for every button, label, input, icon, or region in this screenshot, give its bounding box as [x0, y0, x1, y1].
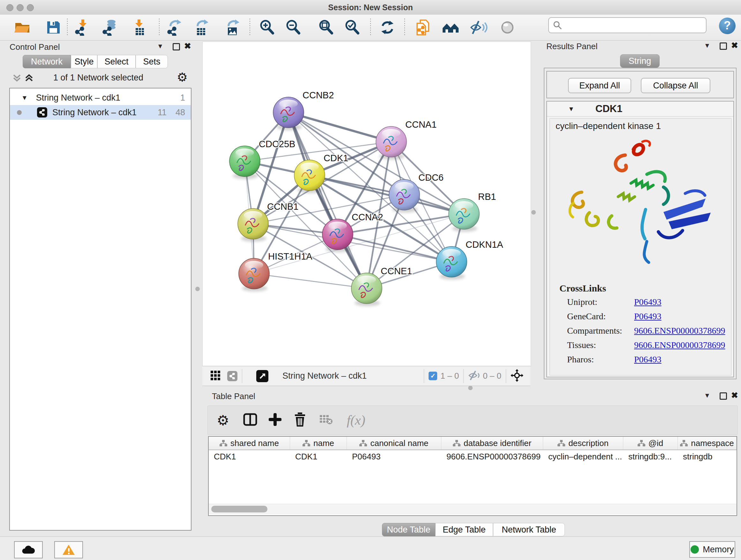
node-label-HIST1H1A: HIST1H1A: [268, 251, 313, 261]
column-header-shared-name[interactable]: shared name: [209, 437, 290, 449]
cell-canonical-name[interactable]: P06493: [347, 450, 441, 463]
delete-column-trash-icon[interactable]: [293, 413, 307, 428]
tab-network[interactable]: Network: [23, 55, 71, 68]
table-horizontal-scrollbar[interactable]: [209, 504, 737, 514]
network-edge-CCNB2-CCNE1[interactable]: [288, 112, 367, 288]
control-panel-menu-icon[interactable]: ▾: [158, 42, 162, 50]
save-session-icon[interactable]: [43, 18, 64, 37]
cloud-status-button[interactable]: [14, 541, 43, 558]
column-header-description[interactable]: description: [543, 437, 623, 449]
tab-node-table[interactable]: Node Table: [382, 523, 435, 537]
column-header-namespace[interactable]: namespace: [678, 437, 737, 449]
results-panel-float-icon[interactable]: [720, 43, 727, 50]
results-panel-close-icon[interactable]: ✖: [731, 41, 738, 50]
grid-view-icon[interactable]: [211, 371, 220, 381]
show-all-networks-icon[interactable]: [441, 18, 461, 37]
help-icon[interactable]: ?: [719, 17, 736, 34]
delete-table-icon[interactable]: [319, 414, 333, 427]
control-panel-float-icon[interactable]: [173, 43, 180, 51]
section-name: CDK1: [596, 103, 622, 115]
hidden-eye-slash-icon[interactable]: [468, 370, 480, 382]
export-image-icon[interactable]: [223, 18, 243, 37]
table-panel-close-icon[interactable]: ✖: [731, 391, 738, 399]
network-node-CCNE1[interactable]: [351, 273, 382, 306]
crosslink-value-link[interactable]: P06493: [634, 311, 662, 321]
table-gear-icon[interactable]: ⚙: [217, 412, 229, 428]
network-snapshot-icon[interactable]: [413, 18, 433, 37]
bottom-splitter-handle[interactable]: [468, 386, 473, 390]
network-canvas[interactable]: CCNB2CCNA1CDC25BCDK1CDC6RB1CCNB1CCNA2CDK…: [202, 42, 531, 367]
column-header-name[interactable]: name: [290, 437, 347, 449]
tab-edge-table[interactable]: Edge Table: [435, 523, 493, 537]
function-builder-icon[interactable]: f(x): [347, 413, 365, 428]
search-input[interactable]: [548, 17, 706, 33]
network-node-CDC25B[interactable]: [229, 146, 260, 179]
show-columns-icon[interactable]: [243, 413, 257, 427]
section-collapse-triangle-icon[interactable]: ▼: [568, 105, 575, 113]
cell-database-identifier[interactable]: 9606.ENSP00000378699: [441, 450, 543, 463]
table-panel-float-icon[interactable]: [720, 392, 727, 400]
network-node-CDKN1A[interactable]: [436, 246, 467, 280]
crosslink-value-link[interactable]: P06493: [634, 297, 662, 307]
expand-all-chevron-icon[interactable]: [24, 73, 34, 84]
right-splitter-handle[interactable]: [531, 210, 536, 214]
refresh-icon[interactable]: [377, 18, 398, 37]
tab-sets[interactable]: Sets: [136, 55, 168, 68]
network-node-CCNB1[interactable]: [238, 208, 268, 242]
selected-nodes-checkbox-icon[interactable]: ✓: [428, 372, 437, 380]
zoom-in-icon[interactable]: [257, 18, 277, 37]
pan-crosshair-icon[interactable]: [511, 369, 523, 383]
add-column-plus-icon[interactable]: [269, 413, 281, 427]
import-network-file-icon[interactable]: [72, 18, 93, 37]
open-file-icon[interactable]: [12, 18, 32, 37]
cell-@id[interactable]: stringdb:9...: [623, 450, 678, 463]
results-panel-menu-icon[interactable]: ▾: [705, 42, 709, 49]
warning-status-button[interactable]: [54, 541, 83, 558]
import-network-database-icon[interactable]: [100, 18, 120, 37]
network-node-HIST1H1A[interactable]: [239, 258, 269, 292]
table-panel-menu-icon[interactable]: ▾: [705, 391, 709, 399]
crosslink-value-link[interactable]: 9606.ENSP00000378699: [634, 326, 725, 336]
crosslink-value-link[interactable]: 9606.ENSP00000378699: [634, 340, 725, 350]
column-header-canonical-name[interactable]: canonical name: [347, 437, 441, 449]
import-table-file-icon[interactable]: [129, 18, 150, 37]
collapse-all-chevron-icon[interactable]: [12, 73, 22, 84]
memory-button[interactable]: Memory: [689, 541, 735, 558]
column-header-database-identifier[interactable]: database identifier: [441, 437, 543, 449]
cell-shared-name[interactable]: CDK1: [209, 450, 290, 463]
network-node-RB1[interactable]: [449, 199, 479, 232]
show-graphics-details-eye-icon[interactable]: [497, 18, 518, 37]
collapse-triangle-icon[interactable]: ▼: [21, 94, 28, 102]
network-row-selected[interactable]: String Network – cdk1 11 48: [10, 105, 191, 120]
expand-all-button[interactable]: Expand All: [568, 78, 631, 93]
zoom-selected-icon[interactable]: [342, 18, 362, 37]
tab-select[interactable]: Select: [97, 55, 136, 68]
left-splitter-handle[interactable]: [195, 287, 200, 291]
network-view-type-icon[interactable]: [227, 371, 238, 381]
network-edge-HIST1H1A-CCNE1[interactable]: [254, 273, 367, 288]
zoom-fit-icon[interactable]: [316, 18, 336, 37]
cdk1-section-header[interactable]: ▼ CDK1: [547, 102, 733, 117]
cell-namespace[interactable]: stringdb: [678, 450, 737, 463]
zoom-out-icon[interactable]: [283, 18, 304, 37]
scrollbar-thumb[interactable]: [211, 506, 267, 512]
network-options-gear-icon[interactable]: ⚙: [177, 70, 188, 84]
control-panel-close-icon[interactable]: ✖: [184, 42, 191, 50]
collapse-all-button[interactable]: Collapse All: [641, 78, 711, 93]
tab-style[interactable]: Style: [71, 55, 97, 68]
network-node-CDC6[interactable]: [389, 179, 420, 212]
table-row: CDK1CDK1P064939606.ENSP00000378699cyclin…: [209, 450, 737, 463]
network-node-CDK1[interactable]: [294, 160, 325, 193]
cell-description[interactable]: cyclin–dependent ...: [543, 450, 623, 463]
export-table-icon[interactable]: [192, 18, 212, 37]
cell-name[interactable]: CDK1: [290, 450, 347, 463]
hide-selected-eye-slash-icon[interactable]: [468, 18, 489, 37]
export-network-icon[interactable]: [165, 18, 185, 37]
network-node-CCNA1[interactable]: [376, 126, 407, 160]
network-collection-row[interactable]: ▼ String Network – cdk1 1: [10, 90, 191, 105]
crosslink-value-link[interactable]: P06493: [634, 354, 662, 365]
tab-network-table[interactable]: Network Table: [493, 523, 565, 537]
birdseye-view-icon[interactable]: [256, 370, 268, 382]
tab-string[interactable]: String: [620, 54, 660, 68]
column-header-@id[interactable]: @id: [623, 437, 678, 449]
